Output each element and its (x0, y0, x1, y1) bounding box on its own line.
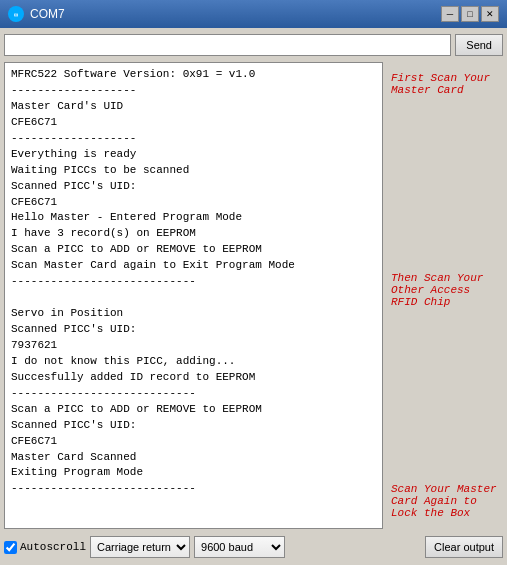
send-input[interactable] (4, 34, 451, 56)
close-button[interactable]: ✕ (481, 6, 499, 22)
sidebar-hint-2: Then Scan Your Other Access RFID Chip (391, 272, 499, 308)
title-bar: ∞ COM7 ─ □ ✕ (0, 0, 507, 28)
sidebar-hints: First Scan Your Master Card Then Scan Yo… (383, 62, 503, 529)
window-title: COM7 (30, 7, 65, 21)
autoscroll-text: Autoscroll (20, 541, 86, 553)
title-bar-controls[interactable]: ─ □ ✕ (441, 6, 499, 22)
app-icon: ∞ (8, 6, 24, 22)
footer: Autoscroll Carriage return No line endin… (4, 533, 503, 561)
baud-rate-select[interactable]: 9600 baud 300 baud 1200 baud 2400 baud 4… (194, 536, 285, 558)
autoscroll-checkbox[interactable] (4, 541, 17, 554)
title-bar-left: ∞ COM7 (8, 6, 65, 22)
maximize-button[interactable]: □ (461, 6, 479, 22)
content-area: MFRC522 Software Version: 0x91 = v1.0 --… (4, 62, 503, 529)
carriage-return-select[interactable]: Carriage return No line ending Newline B… (90, 536, 190, 558)
toolbar: Send (4, 32, 503, 58)
minimize-button[interactable]: ─ (441, 6, 459, 22)
terminal-output[interactable]: MFRC522 Software Version: 0x91 = v1.0 --… (4, 62, 383, 529)
autoscroll-label[interactable]: Autoscroll (4, 541, 86, 554)
svg-text:∞: ∞ (14, 11, 18, 19)
main-window: Send MFRC522 Software Version: 0x91 = v1… (0, 28, 507, 565)
send-button[interactable]: Send (455, 34, 503, 56)
sidebar-hint-3: Scan Your Master Card Again to Lock the … (391, 483, 499, 519)
sidebar-hint-1: First Scan Your Master Card (391, 72, 499, 96)
clear-output-button[interactable]: Clear output (425, 536, 503, 558)
